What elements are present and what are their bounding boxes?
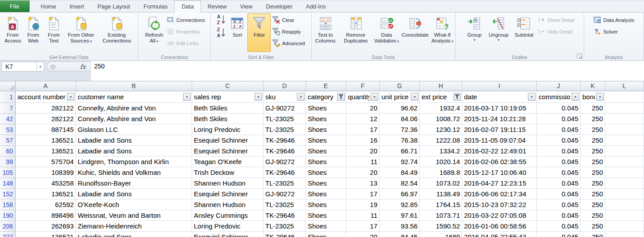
cell-K60[interactable]: 250 — [581, 146, 605, 157]
cell-F57[interactable]: 16 — [346, 135, 380, 146]
filter-dropdown-icon-unit-price[interactable]: ▾ — [411, 93, 418, 101]
cell-I7[interactable]: 2016-03-17 10:19:05 — [462, 103, 537, 114]
cell-A7[interactable]: 282122 — [16, 103, 76, 114]
filter-dropdown-icon-sku[interactable]: ▾ — [297, 93, 305, 101]
cell-K277[interactable]: 250 — [581, 232, 605, 237]
column-header-G[interactable]: G — [380, 81, 420, 91]
cell-F105[interactable]: 20 — [346, 167, 380, 178]
cell-J206[interactable]: 0.045 — [537, 221, 581, 232]
cell-G53[interactable]: 72.36 — [380, 124, 420, 135]
cell-F99[interactable]: 11 — [346, 157, 380, 167]
cell-C60[interactable]: Esequiel Schinner — [192, 146, 263, 157]
cell-D190[interactable]: TK-29646 — [263, 210, 306, 221]
cell-J60[interactable]: 0.045 — [537, 146, 581, 157]
cell-L190[interactable] — [605, 210, 644, 221]
from-web-button[interactable]: From Web — [23, 13, 44, 52]
formula-input[interactable]: 250 — [90, 61, 644, 81]
cell-A152[interactable]: 136521 — [16, 189, 76, 199]
row-header-57[interactable]: 57 — [0, 135, 16, 146]
header-cell-category[interactable]: category — [306, 91, 346, 103]
filter-dropdown-icon-account-number[interactable]: ▾ — [67, 93, 75, 101]
cell-I53[interactable]: 2016-02-07 19:11:15 — [462, 124, 537, 135]
cell-B7[interactable]: Connelly, Abshire and Von — [76, 103, 192, 114]
cell-J53[interactable]: 0.045 — [537, 124, 581, 135]
filter-button[interactable]: Filter — [247, 13, 271, 52]
cell-K148[interactable]: 250 — [581, 178, 605, 189]
tab-insert[interactable]: Insert — [63, 0, 91, 12]
cell-J148[interactable]: 0.045 — [537, 178, 581, 189]
cell-C158[interactable]: Shannen Hudson — [192, 199, 263, 210]
cell-L42[interactable] — [605, 114, 644, 124]
cell-A148[interactable]: 453258 — [16, 178, 76, 189]
cell-I152[interactable]: 2016-06-06 02:17:34 — [462, 189, 537, 199]
cell-F148[interactable]: 13 — [346, 178, 380, 189]
cell-B42[interactable]: Connelly, Abshire and Von — [76, 114, 192, 124]
row-header-42[interactable]: 42 — [0, 114, 16, 124]
cell-A57[interactable]: 136521 — [16, 135, 76, 146]
cell-C277[interactable]: Esequiel Schinner — [192, 232, 263, 237]
cell-L105[interactable] — [605, 167, 644, 178]
data-analysis-button[interactable]: Data Analysis — [592, 14, 636, 26]
reapply-button[interactable]: Reapply — [271, 26, 302, 38]
cell-L99[interactable] — [605, 157, 644, 167]
cell-G152[interactable]: 66.97 — [380, 189, 420, 199]
from-access-button[interactable]: AFrom Access — [3, 13, 23, 52]
cell-I277[interactable]: 2016-04-05 22:55:43 — [462, 232, 537, 237]
cell-I206[interactable]: 2016-01-06 00:58:56 — [462, 221, 537, 232]
cell-C57[interactable]: Esequiel Schinner — [192, 135, 263, 146]
cell-I105[interactable]: 2015-12-17 10:06:40 — [462, 167, 537, 178]
cell-K158[interactable]: 250 — [581, 199, 605, 210]
row-header-190[interactable]: 190 — [0, 210, 16, 221]
advanced-button[interactable]: Advanced — [271, 38, 306, 49]
cell-E57[interactable]: Shoes — [306, 135, 346, 146]
cell-E277[interactable]: Shoes — [306, 232, 346, 237]
cell-J57[interactable]: 0.045 — [537, 135, 581, 146]
column-header-H[interactable]: H — [420, 81, 462, 91]
cell-A277[interactable]: 136521 — [16, 232, 76, 237]
cell-F277[interactable]: 20 — [346, 232, 380, 237]
row-header-60[interactable]: 60 — [0, 146, 16, 157]
cell-G60[interactable]: 66.71 — [380, 146, 420, 157]
filter-dropdown-icon-customer-name[interactable]: ▾ — [183, 93, 191, 101]
cell-F42[interactable]: 12 — [346, 114, 380, 124]
column-header-I[interactable]: I — [462, 81, 537, 91]
cell-F206[interactable]: 17 — [346, 221, 380, 232]
dialog-launcher-icon[interactable] — [577, 54, 582, 59]
cell-E152[interactable]: Shoes — [306, 189, 346, 199]
column-header-E[interactable]: E — [306, 81, 346, 91]
remove-duplicates-button[interactable]: Remove Duplicates — [340, 13, 372, 52]
filter-dropdown-icon-quantity[interactable]: ▾ — [371, 93, 378, 101]
cell-B152[interactable]: Labadie and Sons — [76, 189, 192, 199]
cell-B148[interactable]: Runolfsson-Bayer — [76, 178, 192, 189]
cell-H53[interactable]: 1230.12 — [420, 124, 462, 135]
data-validation-button[interactable]: Data Validation ▾ — [372, 13, 401, 52]
column-header-B[interactable]: B — [76, 81, 192, 91]
cell-E206[interactable]: Shoes — [306, 221, 346, 232]
cell-K206[interactable]: 250 — [581, 221, 605, 232]
connections-button[interactable]: Connections — [166, 14, 206, 26]
cell-D105[interactable]: TK-29646 — [263, 167, 306, 178]
solver-button[interactable]: ?Solver — [592, 26, 619, 38]
cell-D7[interactable]: GJ-90272 — [263, 103, 306, 114]
name-box-dropdown-icon[interactable]: ▾ — [37, 62, 44, 71]
name-box[interactable]: K7 ▾ — [1, 62, 44, 72]
cell-B206[interactable]: Ziemann-Heidenreich — [76, 221, 192, 232]
row-header-1[interactable]: 1 — [0, 91, 16, 103]
column-header-F[interactable]: F — [346, 81, 380, 91]
cell-L60[interactable] — [605, 146, 644, 157]
column-header-A[interactable]: A — [16, 81, 76, 91]
cell-I99[interactable]: 2016-02-06 02:38:55 — [462, 157, 537, 167]
cell-B158[interactable]: O'Keefe-Koch — [76, 199, 192, 210]
cell-B277[interactable]: Labadie and Sons — [76, 232, 192, 237]
tab-page-layout[interactable]: Page Layout — [91, 0, 137, 12]
cell-L158[interactable] — [605, 199, 644, 210]
tab-file[interactable]: File — [0, 0, 29, 12]
clear-button[interactable]: Clear — [271, 14, 295, 26]
what-if-analysis-button[interactable]: ?What-If Analysis ▾ — [429, 13, 456, 52]
column-header-K[interactable]: K — [581, 81, 605, 91]
filter-applied-icon-category[interactable] — [337, 93, 345, 101]
cell-K105[interactable]: 250 — [581, 167, 605, 178]
cell-J190[interactable]: 0.045 — [537, 210, 581, 221]
row-header-99[interactable]: 99 — [0, 157, 16, 167]
group-button[interactable]: +Group▾ — [463, 13, 485, 52]
